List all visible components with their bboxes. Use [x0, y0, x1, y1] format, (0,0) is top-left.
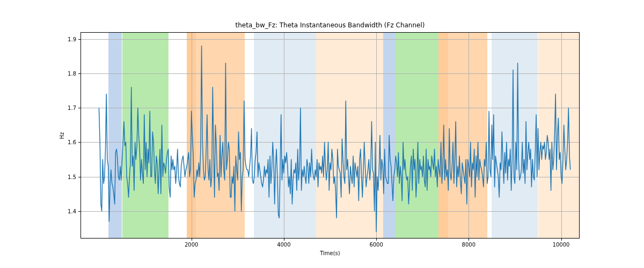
x-tick-label: 2000	[185, 242, 198, 248]
y-tick-mark	[78, 108, 80, 108]
y-tick-label: 1.8	[68, 71, 76, 77]
x-tick-mark	[284, 239, 284, 241]
y-tick-mark	[78, 177, 80, 177]
x-axis-label: Time(s)	[320, 250, 340, 256]
x-tick-mark	[192, 239, 192, 241]
line-series	[80, 32, 580, 239]
y-tick-mark	[78, 73, 80, 74]
x-tick-label: 10000	[553, 242, 570, 248]
figure: theta_bw_Fz: Theta Instantaneous Bandwid…	[0, 0, 644, 268]
x-tick-label: 8000	[462, 242, 475, 248]
y-tick-mark	[78, 211, 80, 212]
x-tick-label: 6000	[369, 242, 383, 248]
y-tick-mark	[78, 39, 80, 40]
chart-title: theta_bw_Fz: Theta Instantaneous Bandwid…	[236, 21, 425, 29]
plot-area	[80, 32, 580, 239]
y-tick-label: 1.5	[68, 174, 76, 180]
y-tick-label: 1.4	[68, 208, 76, 214]
y-tick-label: 1.9	[68, 36, 76, 42]
y-tick-mark	[78, 142, 80, 143]
x-tick-mark	[561, 239, 562, 241]
y-tick-label: 1.6	[68, 139, 76, 145]
y-tick-label: 1.7	[68, 105, 76, 111]
x-tick-label: 4000	[277, 242, 290, 248]
series-theta_bw_Fz	[99, 46, 570, 232]
y-axis-label: Hz	[59, 132, 65, 139]
x-tick-mark	[376, 239, 377, 241]
x-tick-mark	[469, 239, 469, 241]
axes: theta_bw_Fz: Theta Instantaneous Bandwid…	[80, 32, 580, 239]
